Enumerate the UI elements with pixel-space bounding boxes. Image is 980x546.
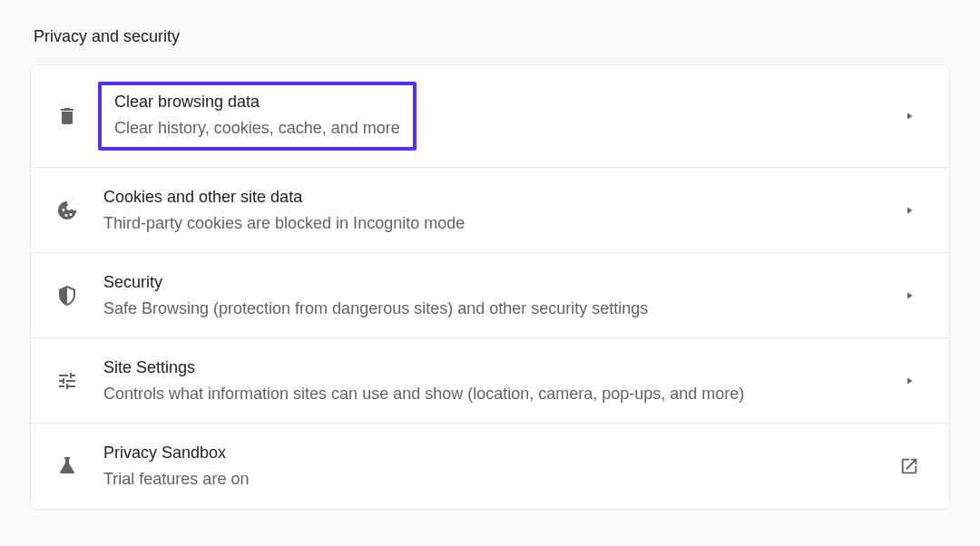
chevron-right-icon	[895, 290, 924, 301]
chevron-right-icon	[895, 111, 924, 122]
item-desc: Third-party cookies are blocked in Incog…	[103, 212, 895, 235]
site-settings-item[interactable]: Site Settings Controls what information …	[31, 338, 949, 424]
clear-browsing-text: Clear browsing data Clear history, cooki…	[98, 82, 895, 151]
item-title: Privacy Sandbox	[103, 442, 895, 464]
chevron-right-icon	[895, 375, 924, 386]
cookies-text: Cookies and other site data Third-party …	[103, 186, 895, 235]
item-title: Clear browsing data	[114, 91, 400, 113]
clear-browsing-data-item[interactable]: Clear browsing data Clear history, cooki…	[31, 65, 949, 168]
shield-icon	[56, 285, 89, 307]
privacy-sandbox-item[interactable]: Privacy Sandbox Trial features are on	[31, 424, 949, 509]
security-text: Security Safe Browsing (protection from …	[103, 271, 895, 320]
item-desc: Clear history, cookies, cache, and more	[114, 117, 400, 140]
tune-icon	[56, 370, 89, 392]
section-title: Privacy and security	[34, 27, 950, 46]
cookies-item[interactable]: Cookies and other site data Third-party …	[31, 168, 949, 253]
item-title: Security	[103, 271, 895, 294]
privacy-security-card: Clear browsing data Clear history, cooki…	[30, 64, 950, 510]
security-item[interactable]: Security Safe Browsing (protection from …	[31, 253, 949, 338]
item-desc: Controls what information sites can use …	[103, 383, 895, 405]
flask-icon	[56, 455, 89, 477]
cookie-icon	[56, 200, 89, 221]
item-desc: Safe Browsing (protection from dangerous…	[103, 297, 895, 320]
trash-icon	[56, 105, 89, 127]
item-desc: Trial features are on	[103, 468, 895, 491]
highlight-box: Clear browsing data Clear history, cooki…	[98, 82, 416, 151]
chevron-right-icon	[895, 205, 924, 216]
privacy-sandbox-text: Privacy Sandbox Trial features are on	[103, 442, 895, 491]
item-title: Cookies and other site data	[103, 186, 895, 209]
site-settings-text: Site Settings Controls what information …	[103, 356, 895, 405]
open-in-new-icon	[895, 456, 924, 476]
item-title: Site Settings	[103, 356, 895, 379]
